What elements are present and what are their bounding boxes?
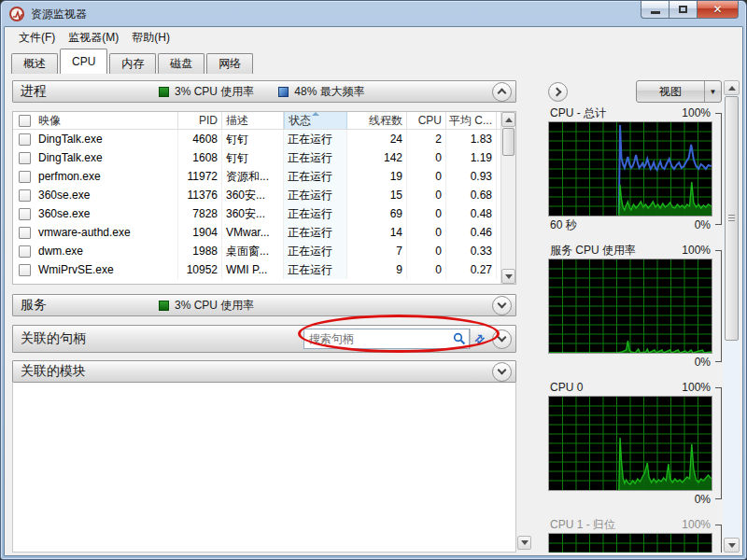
- row-checkbox[interactable]: [19, 152, 31, 164]
- search-handles-input[interactable]: [303, 329, 470, 349]
- graphs-toolbar: 视图 ▼: [544, 80, 727, 103]
- cell: 9: [347, 260, 407, 279]
- chevron-up-icon: [498, 89, 507, 98]
- window-title: 资源监视器: [31, 7, 87, 22]
- cell: 钉钉: [222, 130, 284, 148]
- collapse-graphs-button[interactable]: [548, 82, 568, 102]
- chevron-down-icon: [498, 300, 507, 309]
- scroll-thumb[interactable]: [725, 96, 739, 341]
- section-header-modules[interactable]: 关联的模块: [12, 360, 516, 383]
- content-area: 进程 3% CPU 使用率 48% 最大频率 映像PID描述状态线程数CPU平均…: [5, 74, 742, 555]
- column-header-6[interactable]: 平均 C...: [446, 112, 497, 129]
- row-checkbox[interactable]: [19, 133, 31, 146]
- section-header-processes[interactable]: 进程 3% CPU 使用率 48% 最大频率: [12, 80, 516, 103]
- process-table-scrollbar[interactable]: [500, 112, 515, 284]
- tab-磁盘[interactable]: 磁盘: [158, 53, 204, 74]
- column-header-1[interactable]: PID: [178, 112, 222, 129]
- table-row[interactable]: 360se.exe7828360安...正在运行6900.48: [13, 204, 500, 223]
- expand-modules-button[interactable]: [492, 362, 512, 382]
- row-checkbox[interactable]: [19, 208, 31, 220]
- view-dropdown-arrow[interactable]: ▼: [704, 81, 721, 102]
- graph-plot: [548, 396, 712, 491]
- cell: 正在运行: [284, 148, 347, 167]
- tab-网络[interactable]: 网络: [206, 53, 253, 74]
- left-pane-scroll-down-button[interactable]: [517, 536, 531, 550]
- processes-title: 进程: [21, 83, 159, 100]
- graph-服务 CPU 使用率: 服务 CPU 使用率100%0%: [548, 242, 724, 371]
- row-checkbox[interactable]: [19, 171, 31, 183]
- table-header: 映像PID描述状态线程数CPU平均 C...: [13, 112, 500, 130]
- scroll-up-button[interactable]: [724, 80, 740, 95]
- titlebar[interactable]: 资源监视器 ✕: [1, 1, 746, 26]
- triangle-down-icon: [728, 543, 736, 548]
- graph-plot: [548, 533, 712, 553]
- cell: 2: [407, 130, 446, 148]
- graph-scale-bracket: [715, 113, 722, 225]
- row-checkbox[interactable]: [19, 189, 31, 202]
- column-header-5[interactable]: CPU: [407, 112, 446, 129]
- tab-概述[interactable]: 概述: [11, 53, 58, 74]
- cell: WMI P...: [222, 260, 284, 279]
- cell: 正在运行: [284, 204, 347, 223]
- menu-item[interactable]: 文件(F): [12, 28, 62, 48]
- section-header-services[interactable]: 服务 3% CPU 使用率: [12, 294, 516, 316]
- search-refresh-button[interactable]: ⇄: [470, 329, 488, 349]
- refresh-icon: ⇄: [471, 330, 487, 347]
- scroll-down-button[interactable]: [724, 538, 740, 553]
- scroll-up-button[interactable]: [501, 112, 515, 127]
- row-checkbox[interactable]: [19, 245, 31, 258]
- cell: 0: [407, 148, 446, 167]
- cell: 69: [347, 204, 407, 223]
- graph-scale-bracket: [715, 387, 722, 499]
- triangle-up-icon: [505, 118, 513, 122]
- column-header-3[interactable]: 状态: [284, 112, 347, 129]
- thumb-grip: [728, 215, 735, 222]
- table-row[interactable]: perfmon.exe11972资源和...正在运行1900.93: [13, 167, 500, 186]
- close-button[interactable]: ✕: [697, 1, 739, 19]
- cell: 360se.exe: [35, 204, 178, 223]
- maximize-button[interactable]: [669, 1, 697, 19]
- cell: 0: [407, 204, 446, 223]
- tab-CPU[interactable]: CPU: [60, 49, 107, 74]
- table-row[interactable]: vmware-authd.exe1904VMwar...正在运行1400.46: [13, 223, 500, 242]
- expand-handles-button[interactable]: [492, 329, 512, 349]
- column-header-0[interactable]: 映像: [35, 112, 178, 129]
- select-all-checkbox[interactable]: [19, 115, 31, 127]
- scroll-down-button[interactable]: [501, 269, 515, 284]
- cell: 钉钉: [222, 148, 284, 167]
- cell: 0: [407, 260, 446, 279]
- cell: 0.33: [446, 242, 497, 260]
- table-row[interactable]: WmiPrvSE.exe10952WMI P...正在运行900.27: [13, 260, 500, 279]
- graph-ymax-label: 100%: [682, 518, 711, 531]
- row-checkbox[interactable]: [19, 264, 31, 276]
- column-header-4[interactable]: 线程数: [347, 112, 407, 129]
- graph-title: CPU 0: [550, 381, 583, 394]
- table-row[interactable]: DingTalk.exe4608钉钉正在运行2421.83: [13, 130, 500, 148]
- expand-services-button[interactable]: [492, 296, 512, 315]
- maximize-icon: [679, 6, 687, 13]
- panel-splitter[interactable]: [532, 74, 544, 555]
- cell: 15: [347, 186, 407, 204]
- cell: 360se.exe: [35, 186, 178, 204]
- section-header-handles[interactable]: 关联的句柄 ⇄: [12, 325, 516, 353]
- triangle-up-icon: [728, 86, 736, 91]
- table-row[interactable]: dwm.exe1988桌面窗...正在运行700.33: [13, 242, 500, 260]
- table-row[interactable]: 360se.exe11376360安...正在运行1500.68: [13, 186, 500, 204]
- graph-plot: [548, 121, 712, 217]
- scroll-thumb[interactable]: [502, 128, 514, 156]
- cell: 1.19: [446, 148, 497, 167]
- column-header-2[interactable]: 描述: [222, 112, 284, 129]
- tab-内存[interactable]: 内存: [109, 53, 156, 74]
- services-cpu-usage-legend: 3% CPU 使用率: [159, 298, 254, 314]
- row-checkbox[interactable]: [19, 227, 31, 239]
- minimize-button[interactable]: [641, 1, 669, 19]
- view-button[interactable]: 视图 ▼: [636, 80, 722, 103]
- app-icon: [9, 7, 24, 21]
- menu-item[interactable]: 监视器(M): [62, 28, 125, 48]
- cpu-graphs: CPU - 总计100%60 秒0%服务 CPU 使用率100%0%CPU 01…: [544, 105, 727, 553]
- collapse-processes-button[interactable]: [492, 82, 512, 102]
- search-icon[interactable]: [453, 332, 466, 349]
- table-row[interactable]: DingTalk.exe1608钉钉正在运行14201.19: [13, 148, 500, 167]
- menu-item[interactable]: 帮助(H): [125, 28, 176, 48]
- right-panel-scrollbar[interactable]: [724, 80, 740, 553]
